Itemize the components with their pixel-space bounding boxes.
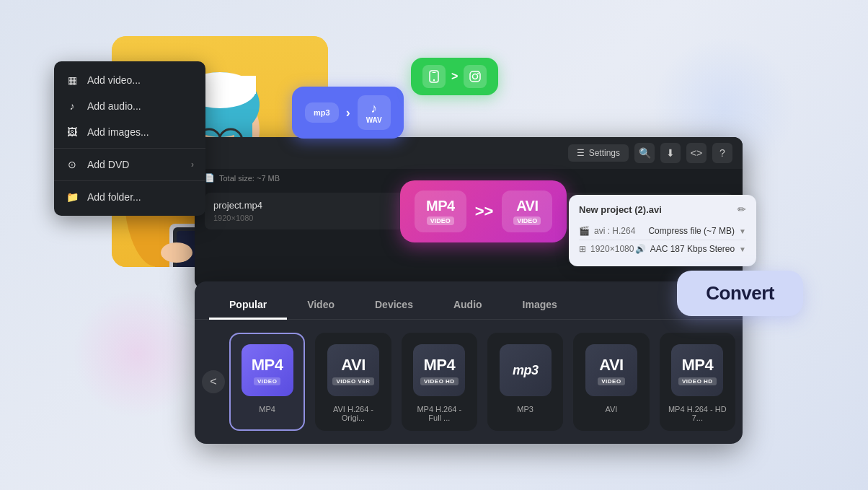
- format-card-mp4-full[interactable]: MP4 VIDEO HD MP4 H.264 - Full ...: [402, 333, 477, 431]
- menu-item-add-dvd[interactable]: ⊙ Add DVD ›: [54, 152, 205, 178]
- menu-divider: [54, 148, 205, 149]
- format-card-avi-h264[interactable]: AVI VIDEO V6R AVI H.264 - Origi...: [315, 333, 391, 431]
- resolution-icon: ⊞ 1920×1080: [579, 244, 634, 254]
- audio-dropdown-arrow: ▼: [739, 245, 746, 253]
- format-panel: Popular Video Devices Audio Images < MP4…: [195, 281, 743, 444]
- format-arrow-icon: ›: [346, 105, 350, 121]
- images-icon: 🖼: [66, 126, 79, 139]
- compress-value: Compress file (~7 MB) ▼: [648, 226, 746, 236]
- menu-item-add-images[interactable]: 🖼 Add images...: [54, 119, 205, 145]
- output-header: New project (2).avi ✏: [579, 204, 746, 215]
- file-icon: 📄: [205, 173, 215, 183]
- context-menu: ▦ Add video... ♪ Add audio... 🖼 Add imag…: [54, 61, 205, 216]
- output-settings-panel: New project (2).avi ✏ 🎬 avi : H.264 Comp…: [569, 195, 756, 266]
- svg-rect-22: [470, 71, 480, 82]
- mp4-video-icon: MP4 VIDEO: [415, 191, 466, 232]
- help-icon: ?: [719, 147, 725, 159]
- double-arrow-icon: >>: [475, 202, 494, 221]
- tab-popular[interactable]: Popular: [209, 292, 287, 320]
- folder-icon: 📁: [66, 191, 79, 204]
- svg-point-24: [477, 73, 479, 74]
- scroll-left-button[interactable]: <: [202, 370, 225, 393]
- iphone-icon: [422, 65, 446, 88]
- format-card-avi[interactable]: AVI VIDEO AVI: [573, 333, 649, 431]
- audio-value: 🔊 AAC 187 Kbps Stereo ▼: [635, 244, 746, 254]
- mp4-to-avi-badge: MP4 VIDEO >> AVI VIDEO: [400, 180, 567, 242]
- codec-icon: 🎬 avi : H.264: [579, 226, 635, 236]
- format-tabs: Popular Video Devices Audio Images: [195, 281, 743, 320]
- edit-icon[interactable]: ✏: [738, 204, 746, 215]
- tab-devices[interactable]: Devices: [355, 292, 433, 320]
- download-button[interactable]: ⬇: [660, 143, 681, 163]
- instagram-icon: [464, 65, 487, 88]
- output-filename: New project (2).avi: [579, 204, 662, 215]
- iphone-to-instagram-badge: >: [411, 58, 498, 95]
- resolution-row: ⊞ 1920×1080 🔊 AAC 187 Kbps Stereo ▼: [579, 240, 746, 258]
- wav-icon: ♪ WAV: [358, 95, 391, 130]
- help-button[interactable]: ?: [712, 143, 732, 163]
- menu-item-add-folder[interactable]: 📁 Add folder...: [54, 184, 205, 210]
- menu-item-add-video[interactable]: ▦ Add video...: [54, 67, 205, 93]
- format-card-mp3[interactable]: mp3 MP3: [487, 333, 563, 431]
- settings-icon: ☰: [577, 148, 585, 158]
- mp3-to-wav-badge: mp3 › ♪ WAV: [292, 87, 404, 139]
- svg-point-20: [433, 79, 435, 81]
- format-grid: MP4 VIDEO MP4 AVI VIDEO V6R AVI H.264 - …: [229, 333, 735, 431]
- menu-item-add-audio[interactable]: ♪ Add audio...: [54, 93, 205, 119]
- mp4hd-card-icon: MP4 VIDEO HD: [413, 344, 465, 396]
- avi-video-icon: AVI VIDEO: [502, 191, 552, 232]
- audio-icon: ♪: [66, 100, 79, 113]
- menu-divider-2: [54, 180, 205, 181]
- submenu-arrow-icon: ›: [191, 159, 194, 170]
- svg-point-23: [473, 74, 478, 79]
- tab-audio[interactable]: Audio: [433, 292, 502, 320]
- format-card-mp4[interactable]: MP4 VIDEO MP4: [229, 333, 305, 431]
- share-button[interactable]: <>: [686, 143, 707, 163]
- dropdown-arrow-icon: ▼: [739, 227, 746, 235]
- settings-button[interactable]: ☰ Settings: [568, 144, 629, 162]
- avi-h264-card-icon: AVI VIDEO V6R: [327, 344, 379, 396]
- format-grid-wrapper: < MP4 VIDEO MP4 AVI VIDEO V6R AVI H.264 …: [195, 320, 743, 444]
- decorative-blob-pink: [72, 289, 202, 419]
- convert-button[interactable]: Convert: [677, 271, 803, 316]
- svg-point-17: [161, 242, 192, 263]
- tab-images[interactable]: Images: [502, 292, 577, 320]
- avi-card-icon: AVI VIDEO: [585, 344, 637, 396]
- search-icon: 🔍: [639, 147, 651, 159]
- mp4hd7-card-icon: MP4 VIDEO HD: [671, 344, 723, 396]
- download-icon: ⬇: [666, 147, 675, 159]
- mp3-card-icon: mp3: [500, 344, 552, 396]
- codec-row: 🎬 avi : H.264 Compress file (~7 MB) ▼: [579, 222, 746, 240]
- dvd-icon: ⊙: [66, 158, 79, 171]
- video-icon: ▦: [66, 74, 79, 87]
- device-arrow: >: [451, 70, 458, 83]
- app-toolbar: ☰ Settings 🔍 ⬇ <> ?: [195, 137, 743, 169]
- svg-rect-21: [433, 72, 436, 73]
- mp4-card-icon: MP4 VIDEO: [242, 344, 293, 396]
- share-icon: <>: [691, 147, 702, 159]
- search-button[interactable]: 🔍: [634, 143, 655, 163]
- mp3-icon: mp3: [305, 102, 339, 123]
- tab-video[interactable]: Video: [287, 292, 355, 320]
- format-card-mp4-hd7[interactable]: MP4 VIDEO HD MP4 H.264 - HD 7...: [660, 333, 735, 431]
